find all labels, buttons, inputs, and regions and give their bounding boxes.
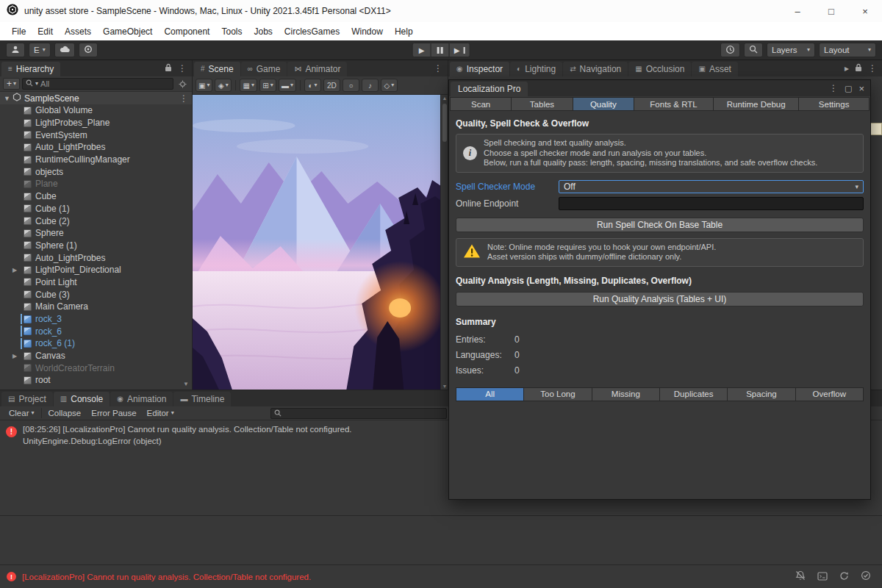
2d-toggle[interactable]: 2D [323,79,340,92]
menu-item[interactable]: Window [345,22,389,40]
localization-tab[interactable]: Tables [512,97,573,111]
panel-tab[interactable]: ▦ Occlusion [628,62,691,76]
pivot-dropdown[interactable]: ◈▾ [215,79,232,92]
hierarchy-item[interactable]: root [0,374,192,387]
scene-root-row[interactable]: ▼ SampleScene ⋮ [0,92,192,104]
collapse-toggle[interactable]: Collapse [43,406,87,420]
console-search-input[interactable] [270,408,447,419]
hierarchy-item[interactable]: Cube (1) [0,203,192,215]
run-spell-check-button[interactable]: Run Spell Check On Base Table [456,218,864,232]
localization-tab[interactable]: Scan [450,97,512,111]
error-pause-toggle[interactable]: Error Pause [86,406,141,420]
filter-tab[interactable]: Too Long [524,387,592,401]
filter-tab[interactable]: Missing [592,387,660,401]
menu-item[interactable]: GameObject [97,22,158,40]
picker-icon[interactable] [176,78,189,90]
menu-item[interactable]: File [6,22,32,40]
menu-item[interactable]: Component [158,22,215,40]
hierarchy-item[interactable]: Sphere (1) [0,240,192,252]
menu-item[interactable]: Edit [32,22,59,40]
scrollbar-down-icon[interactable]: ▼ [183,381,189,387]
more-tabs-icon[interactable]: ▸ [845,63,849,74]
cloud-button[interactable] [54,43,75,57]
scene-lighting-toggle[interactable]: ○ [343,79,359,92]
check-circle-icon[interactable] [861,570,871,584]
localization-tab[interactable]: Fonts & RTL [634,97,714,111]
hierarchy-item[interactable]: Cube (3) [0,288,192,301]
maximize-window-icon[interactable]: ▢ [845,84,852,93]
clear-button[interactable]: Clear ▾ [4,406,40,420]
filter-tab[interactable]: Overflow [796,387,864,401]
run-quality-analysis-button[interactable]: Run Quality Analysis (Tables + UI) [456,292,864,306]
localization-window-tab[interactable]: Localization Pro [451,82,528,96]
kebab-menu-icon[interactable]: ⋮ [434,64,442,73]
panel-tab[interactable]: ◉ Animation [110,392,173,406]
hierarchy-item[interactable]: Canvas [0,350,192,362]
lock-icon[interactable] [855,63,862,74]
menu-item[interactable]: Assets [59,22,97,40]
hierarchy-item[interactable]: Global Volume [0,104,192,117]
scrollbar-up-icon[interactable]: ▲ [442,96,448,101]
status-message[interactable]: [LocalizationPro] Cannot run quality ana… [22,573,311,581]
hierarchy-item[interactable]: EventSystem [0,129,192,141]
step-button[interactable]: ▶ [449,43,470,57]
hierarchy-search-input[interactable]: ▾ All [22,78,173,90]
editor-dropdown[interactable]: Editor ▾ [142,406,179,420]
hierarchy-item[interactable]: rock_6 (1) [0,337,192,350]
hierarchy-item[interactable]: Point Light [0,276,192,289]
scene-audio-toggle[interactable]: ♪ [362,79,379,92]
grid-dropdown[interactable]: ▦▾ [240,79,257,92]
scene-viewport[interactable] [193,95,441,390]
spell-checker-dropdown[interactable]: Off ▾ [559,180,864,193]
menu-item[interactable]: Tools [215,22,248,40]
tool-settings-dropdown[interactable]: ▣▾ [196,79,212,92]
account-button[interactable] [6,43,25,57]
panel-tab[interactable]: ▣ Asset [692,62,737,76]
panel-tab[interactable]: ⋈ Animator [287,62,347,76]
scrollbar-thumb[interactable] [442,104,447,142]
close-window-icon[interactable]: × [858,83,864,94]
maximize-button[interactable]: □ [814,0,848,22]
menu-item[interactable]: Jobs [248,22,278,40]
foldout-arrow-icon[interactable] [12,353,21,359]
hierarchy-item[interactable]: Plane [0,178,192,190]
measure-dropdown[interactable]: ▬▾ [279,79,296,92]
filter-tab[interactable]: Duplicates [660,387,728,401]
localization-tab[interactable]: Runtime Debug [714,97,799,111]
panel-tab[interactable]: ◐ Lighting [510,62,562,76]
layers-dropdown[interactable]: Layers ▾ [767,43,815,57]
search-scope-caret-icon[interactable]: ▾ [35,81,38,87]
foldout-arrow-icon[interactable] [12,267,21,273]
kebab-menu-icon[interactable]: ⋮ [868,64,877,73]
console-splitter[interactable] [0,515,882,516]
version-control-button[interactable] [79,43,98,57]
hierarchy-item[interactable]: RuntimeCullingManager [0,154,192,166]
create-object-button[interactable]: + ▾ [3,78,20,90]
filter-tab[interactable]: Spacing [728,387,795,401]
menu-item[interactable]: CirclesGames [279,22,345,40]
hierarchy-item[interactable]: LightPoint_Directional [0,264,192,276]
panel-tab[interactable]: ∞ Game [241,62,287,76]
panel-tab[interactable]: ◉ Inspector [450,62,509,76]
undo-history-button[interactable] [720,43,740,57]
panel-tab[interactable]: ▬ Timeline [173,392,231,406]
lock-icon[interactable] [165,63,172,74]
scene-scrollbar[interactable]: ▲ ▼ [440,95,448,390]
tab-hierarchy[interactable]: ≡ Hierarchy [1,62,60,76]
hierarchy-item[interactable]: Cube [0,190,192,203]
hierarchy-item[interactable]: objects [0,165,192,178]
console-activity-icon[interactable] [817,570,828,584]
online-endpoint-input[interactable] [559,197,864,210]
kebab-menu-icon[interactable]: ⋮ [179,94,188,103]
effects-dropdown[interactable]: ◇▾ [381,79,398,92]
panel-tab[interactable]: ▥ Console [54,392,110,406]
hierarchy-item[interactable]: rock_6 [0,325,192,337]
snap-dropdown[interactable]: ⊞▾ [259,79,276,92]
account-dropdown[interactable]: E ▾ [29,43,51,57]
hierarchy-item[interactable]: rock_3 [0,313,192,326]
search-button[interactable] [744,43,763,57]
hierarchy-item[interactable]: WorldCreatorTerrain [0,362,192,374]
kebab-menu-icon[interactable]: ⋮ [178,64,187,73]
localization-tab[interactable]: Quality [573,97,634,111]
panel-tab[interactable]: # Scene [194,62,240,76]
